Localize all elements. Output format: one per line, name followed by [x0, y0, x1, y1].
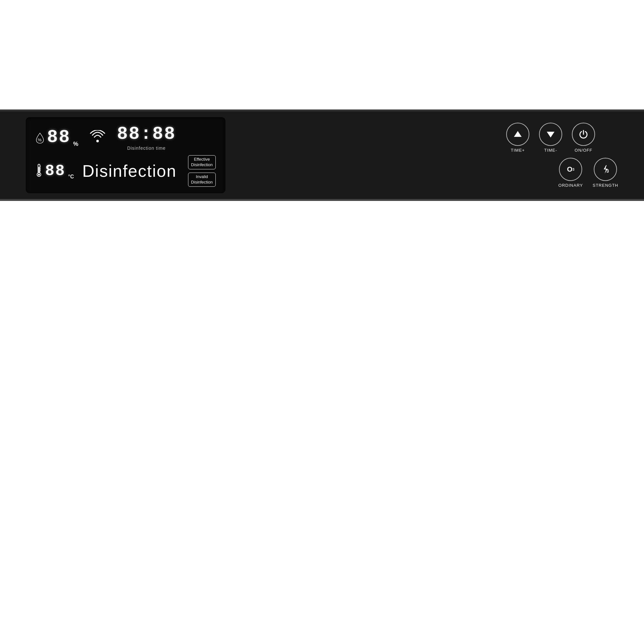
- time-plus-label: TIME+: [511, 148, 525, 153]
- humidity-display: % 88%: [35, 127, 78, 147]
- disinfection-text: Disinfection: [82, 161, 177, 181]
- controls-area: TIME+ TIME- ON/OFF: [493, 123, 618, 188]
- ordinary-icon: O3: [567, 166, 574, 173]
- svg-marker-10: [604, 165, 608, 174]
- invalid-disinfection-badge: InvalidDisinfection: [188, 173, 215, 187]
- device-panel: % 88% 88:88: [0, 109, 644, 201]
- temperature-unit: °C: [68, 174, 74, 180]
- wifi-section: [90, 130, 105, 144]
- temperature-value: 88: [45, 162, 66, 180]
- svg-rect-3: [39, 167, 40, 173]
- humidity-unit: %: [73, 141, 78, 147]
- svg-text:%: %: [38, 137, 42, 142]
- strength-label: STRENGTH: [593, 183, 619, 188]
- top-display-row: % 88% 88:88: [35, 124, 216, 151]
- strength-circle[interactable]: 3: [594, 158, 617, 181]
- on-off-label: ON/OFF: [575, 148, 592, 153]
- on-off-button[interactable]: ON/OFF: [572, 123, 595, 153]
- ordinary-button[interactable]: O3 ORDINARY: [558, 158, 583, 188]
- temperature-display: 88°C: [35, 162, 74, 180]
- time-value: 88:88: [117, 124, 176, 144]
- bottom-controls-row: O3 ORDINARY 3 STRENGTH: [506, 158, 618, 188]
- time-digits-container: 88:88: [117, 124, 176, 144]
- svg-marker-8: [514, 131, 522, 137]
- status-badges: EffectiveDisinfection InvalidDisinfectio…: [188, 155, 215, 187]
- thermometer-icon: [35, 164, 43, 178]
- strength-button[interactable]: 3 STRENGTH: [593, 158, 619, 188]
- wifi-icon: [90, 130, 105, 144]
- time-plus-button[interactable]: TIME+: [506, 123, 529, 153]
- bottom-display-row: 88°C Disinfection EffectiveDisinfection …: [35, 155, 216, 187]
- top-white-space: [0, 0, 644, 109]
- display-area: % 88% 88:88: [26, 117, 225, 193]
- strength-icon: 3: [602, 165, 609, 174]
- ordinary-circle[interactable]: O3: [559, 158, 582, 181]
- top-controls-row: TIME+ TIME- ON/OFF: [506, 123, 618, 153]
- time-minus-label: TIME-: [544, 148, 557, 153]
- effective-disinfection-badge: EffectiveDisinfection: [188, 155, 215, 169]
- humidity-value: 88: [47, 127, 71, 147]
- time-label: Disinfection time: [127, 146, 166, 151]
- time-minus-circle[interactable]: [539, 123, 562, 146]
- time-display: 88:88 Disinfection time: [117, 124, 176, 151]
- humidity-icon: %: [35, 132, 44, 146]
- bottom-white-space: [0, 201, 644, 644]
- svg-point-4: [38, 174, 40, 175]
- svg-marker-9: [547, 132, 554, 137]
- ordinary-label: ORDINARY: [558, 183, 583, 188]
- time-plus-circle[interactable]: [506, 123, 529, 146]
- time-minus-button[interactable]: TIME-: [539, 123, 562, 153]
- on-off-circle[interactable]: [572, 123, 595, 146]
